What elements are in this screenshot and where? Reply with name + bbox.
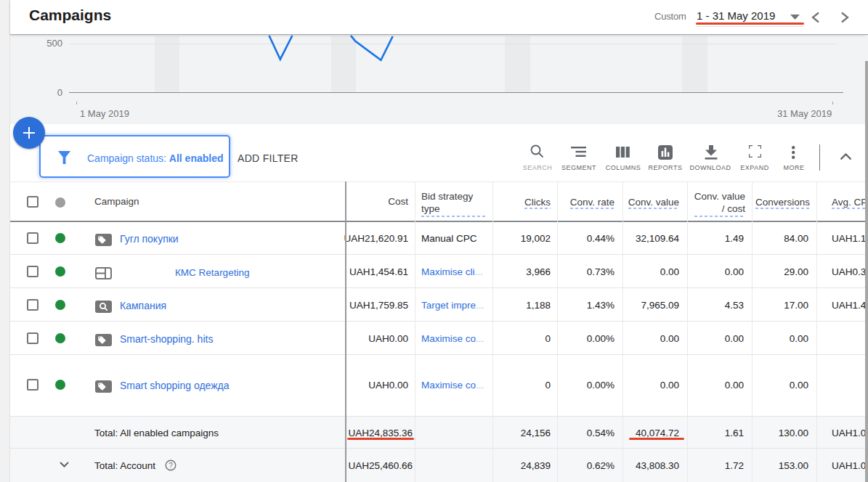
svg-text:?: ? xyxy=(169,462,173,470)
